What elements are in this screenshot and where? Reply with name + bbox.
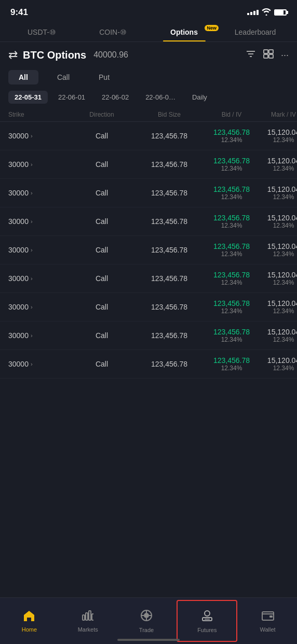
battery-icon — [274, 9, 287, 16]
filter-row: All Call Put — [0, 68, 297, 89]
bid-value: 123,456.78 — [206, 128, 258, 136]
bid-pct: 12.34% — [206, 279, 258, 286]
table-row[interactable]: 30000 › Call 123,456.78 123,456.78 12.34… — [0, 179, 297, 207]
svg-rect-10 — [92, 614, 93, 620]
nav-wallet-label: Wallet — [260, 626, 276, 633]
bid-value: 123,456.78 — [206, 214, 258, 222]
cell-direction: Call — [71, 274, 133, 283]
filter-call[interactable]: Call — [47, 70, 80, 85]
header-price: 40000.96 — [93, 50, 128, 60]
mark-pct: 12.34% — [258, 222, 297, 229]
layout-icon[interactable] — [263, 49, 274, 61]
cell-direction: Call — [71, 189, 133, 197]
cell-strike: 30000 › — [8, 331, 71, 340]
more-icon[interactable]: ··· — [281, 50, 289, 61]
date-220601[interactable]: 22-06-01 — [52, 91, 91, 104]
svg-rect-9 — [89, 611, 91, 620]
nav-trade[interactable]: Trade — [117, 598, 176, 644]
filter-icon[interactable] — [246, 49, 256, 61]
mark-value: 15,120.04 — [258, 271, 297, 279]
bid-value: 123,456.78 — [206, 242, 258, 250]
bid-pct: 12.34% — [206, 222, 258, 229]
futures-icon — [201, 609, 213, 625]
cell-bid: 123,456.78 12.34% — [206, 299, 258, 315]
new-badge: New — [205, 25, 219, 31]
cell-bid: 123,456.78 12.34% — [206, 242, 258, 258]
svg-rect-3 — [264, 50, 268, 53]
cell-bid: 123,456.78 12.34% — [206, 271, 258, 286]
bid-pct: 12.34% — [206, 165, 258, 172]
cell-strike: 30000 › — [8, 274, 71, 283]
table-row[interactable]: 30000 › Call 123,456.78 123,456.78 12.34… — [0, 350, 297, 379]
cell-mark: 15,120.04 12.34% — [258, 185, 297, 201]
date-220602[interactable]: 22-06-02 — [96, 91, 135, 104]
chevron-icon: › — [31, 247, 33, 253]
header-row: ⇄ BTC Options 40000.96 ··· — [0, 42, 297, 68]
table-row[interactable]: 30000 › Call 123,456.78 123,456.78 12.34… — [0, 207, 297, 236]
svg-rect-8 — [86, 613, 88, 620]
date-220603[interactable]: 22-06-0… — [139, 91, 182, 104]
cell-direction: Call — [71, 246, 133, 254]
mark-value: 15,120.04 — [258, 328, 297, 336]
markets-icon — [82, 610, 93, 624]
bid-pct: 12.34% — [206, 336, 258, 343]
nav-futures-label: Futures — [197, 627, 217, 633]
chevron-icon: › — [31, 275, 33, 282]
filter-all[interactable]: All — [8, 70, 38, 85]
table-row[interactable]: 30000 › Call 123,456.78 123,456.78 12.34… — [0, 293, 297, 321]
table-row[interactable]: 30000 › Call 123,456.78 123,456.78 12.34… — [0, 150, 297, 179]
bid-pct: 12.34% — [206, 193, 258, 201]
cell-bidsize: 123,456.78 — [133, 189, 206, 197]
bid-pct: 12.34% — [206, 250, 258, 258]
svg-rect-7 — [83, 615, 85, 620]
swap-icon[interactable]: ⇄ — [8, 48, 18, 62]
col-direction: Direction — [71, 111, 133, 118]
table-row[interactable]: 30000 › Call 123,456.78 123,456.78 12.34… — [0, 264, 297, 293]
cell-bidsize: 123,456.78 — [133, 246, 206, 254]
col-markiv: Mark / IV — [258, 111, 297, 118]
chevron-icon: › — [31, 304, 33, 310]
status-icons — [247, 8, 287, 17]
date-row: 22-05-31 22-06-01 22-06-02 22-06-0… Dail… — [0, 89, 297, 108]
table-row[interactable]: 30000 › Call 123,456.78 123,456.78 12.34… — [0, 122, 297, 150]
mark-value: 15,120.04 — [258, 299, 297, 307]
cell-bidsize: 123,456.78 — [133, 303, 206, 311]
bid-pct: 12.34% — [206, 136, 258, 144]
cell-bid: 123,456.78 12.34% — [206, 185, 258, 201]
cell-mark: 15,120.04 12.34% — [258, 214, 297, 229]
cell-strike: 30000 › — [8, 189, 71, 197]
table-header: Strike Direction Bid Size Bid / IV Mark … — [0, 108, 297, 122]
cell-bidsize: 123,456.78 — [133, 331, 206, 340]
cell-mark: 15,120.04 12.34% — [258, 157, 297, 172]
cell-bid: 123,456.78 12.34% — [206, 328, 258, 343]
bid-value: 123,456.78 — [206, 328, 258, 336]
bid-pct: 12.34% — [206, 365, 258, 372]
bid-value: 123,456.78 — [206, 185, 258, 193]
cell-direction: Call — [71, 132, 133, 140]
tab-options[interactable]: Options New — [148, 23, 220, 41]
cell-bidsize: 123,456.78 — [133, 360, 206, 368]
table-row[interactable]: 30000 › Call 123,456.78 123,456.78 12.34… — [0, 321, 297, 350]
cell-mark: 15,120.04 12.34% — [258, 328, 297, 343]
cell-strike: 30000 › — [8, 132, 71, 140]
status-bar: 9:41 — [0, 0, 297, 23]
nav-home[interactable]: Home — [0, 598, 59, 644]
tab-coin[interactable]: COIN-⑩ — [77, 23, 148, 41]
tab-leaderboard[interactable]: Leaderboard — [220, 23, 291, 41]
date-daily[interactable]: Daily — [186, 91, 213, 104]
table-row[interactable]: 30000 › Call 123,456.78 123,456.78 12.34… — [0, 236, 297, 264]
tab-usdt[interactable]: USDT-⑩ — [6, 23, 77, 41]
bid-pct: 12.34% — [206, 307, 258, 315]
cell-bid: 123,456.78 12.34% — [206, 128, 258, 144]
filter-put[interactable]: Put — [88, 70, 120, 85]
nav-wallet[interactable]: Wallet — [238, 598, 297, 644]
cell-bid: 123,456.78 12.34% — [206, 356, 258, 372]
nav-futures[interactable]: Futures — [177, 600, 237, 642]
nav-markets[interactable]: Markets — [59, 598, 117, 644]
cell-strike: 30000 › — [8, 160, 71, 169]
mark-value: 15,120.04 — [258, 214, 297, 222]
nav-home-label: Home — [22, 626, 37, 633]
cell-bidsize: 123,456.78 — [133, 274, 206, 283]
nav-markets-label: Markets — [78, 626, 98, 633]
date-220531[interactable]: 22-05-31 — [8, 91, 48, 104]
